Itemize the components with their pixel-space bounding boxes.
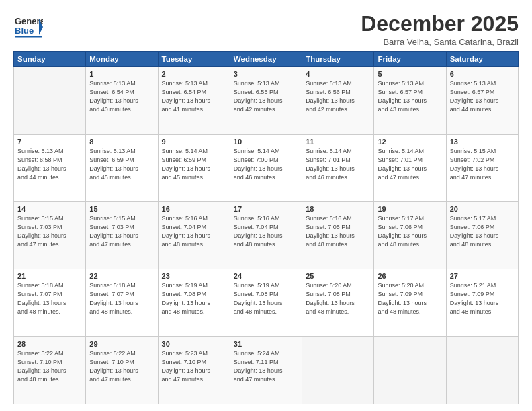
day-number: 13 [450,138,515,146]
day-info: Sunrise: 5:15 AM Sunset: 7:03 PM Dayligh… [89,214,154,249]
day-number: 31 [234,340,298,348]
calendar-cell: 14Sunrise: 5:15 AM Sunset: 7:03 PM Dayli… [14,201,86,269]
day-number: 30 [162,340,226,348]
calendar-table: SundayMondayTuesdayWednesdayThursdayFrid… [13,51,519,404]
calendar-week-row: 28Sunrise: 5:22 AM Sunset: 7:10 PM Dayli… [14,336,519,404]
day-info: Sunrise: 5:14 AM Sunset: 6:59 PM Dayligh… [162,147,226,182]
day-info: Sunrise: 5:13 AM Sunset: 6:54 PM Dayligh… [162,79,226,114]
logo: General Blue [13,12,43,42]
calendar-cell: 5Sunrise: 5:13 AM Sunset: 6:57 PM Daylig… [374,67,446,134]
day-info: Sunrise: 5:20 AM Sunset: 7:08 PM Dayligh… [306,281,370,316]
calendar-cell: 29Sunrise: 5:22 AM Sunset: 7:10 PM Dayli… [86,336,158,404]
day-number: 10 [234,138,298,146]
calendar-week-row: 21Sunrise: 5:18 AM Sunset: 7:07 PM Dayli… [14,269,519,336]
calendar-header-row: SundayMondayTuesdayWednesdayThursdayFrid… [14,52,519,67]
calendar-cell: 2Sunrise: 5:13 AM Sunset: 6:54 PM Daylig… [158,67,230,134]
calendar-cell: 10Sunrise: 5:14 AM Sunset: 7:00 PM Dayli… [230,134,302,201]
day-info: Sunrise: 5:20 AM Sunset: 7:09 PM Dayligh… [378,281,442,316]
calendar-cell: 30Sunrise: 5:23 AM Sunset: 7:10 PM Dayli… [158,336,230,404]
day-info: Sunrise: 5:13 AM Sunset: 6:54 PM Dayligh… [89,79,154,114]
day-number: 17 [234,205,298,213]
day-info: Sunrise: 5:13 AM Sunset: 6:57 PM Dayligh… [450,79,515,114]
month-year: December 2025 [361,12,519,36]
day-info: Sunrise: 5:18 AM Sunset: 7:07 PM Dayligh… [89,281,154,316]
day-number: 22 [89,272,154,280]
calendar-cell: 25Sunrise: 5:20 AM Sunset: 7:08 PM Dayli… [302,269,374,336]
day-number: 26 [378,272,442,280]
calendar-cell: 19Sunrise: 5:17 AM Sunset: 7:06 PM Dayli… [374,201,446,269]
svg-text:Blue: Blue [15,26,34,36]
day-info: Sunrise: 5:22 AM Sunset: 7:10 PM Dayligh… [89,349,154,384]
calendar-week-row: 14Sunrise: 5:15 AM Sunset: 7:03 PM Dayli… [14,201,519,269]
day-info: Sunrise: 5:16 AM Sunset: 7:04 PM Dayligh… [234,214,298,249]
day-number: 27 [450,272,515,280]
day-info: Sunrise: 5:13 AM Sunset: 6:59 PM Dayligh… [89,147,154,182]
calendar-cell: 11Sunrise: 5:14 AM Sunset: 7:01 PM Dayli… [302,134,374,201]
calendar-cell: 16Sunrise: 5:16 AM Sunset: 7:04 PM Dayli… [158,201,230,269]
calendar-header-monday: Monday [86,52,158,67]
day-number: 1 [89,70,154,78]
day-number: 7 [17,138,82,146]
day-info: Sunrise: 5:22 AM Sunset: 7:10 PM Dayligh… [17,349,82,384]
day-number: 18 [306,205,370,213]
day-info: Sunrise: 5:13 AM Sunset: 6:58 PM Dayligh… [17,147,82,182]
day-number: 2 [162,70,226,78]
day-info: Sunrise: 5:16 AM Sunset: 7:04 PM Dayligh… [162,214,226,249]
calendar-cell: 1Sunrise: 5:13 AM Sunset: 6:54 PM Daylig… [86,67,158,134]
day-number: 28 [17,340,82,348]
calendar-cell: 28Sunrise: 5:22 AM Sunset: 7:10 PM Dayli… [14,336,86,404]
calendar-cell: 22Sunrise: 5:18 AM Sunset: 7:07 PM Dayli… [86,269,158,336]
page: General Blue December 2025 Barra Velha, … [0,0,532,411]
calendar-cell: 8Sunrise: 5:13 AM Sunset: 6:59 PM Daylig… [86,134,158,201]
day-info: Sunrise: 5:18 AM Sunset: 7:07 PM Dayligh… [17,281,82,316]
calendar-cell: 3Sunrise: 5:13 AM Sunset: 6:55 PM Daylig… [230,67,302,134]
calendar-cell: 27Sunrise: 5:21 AM Sunset: 7:09 PM Dayli… [446,269,518,336]
svg-rect-3 [15,36,42,38]
calendar-cell [374,336,446,404]
day-info: Sunrise: 5:14 AM Sunset: 7:01 PM Dayligh… [378,147,442,182]
day-info: Sunrise: 5:24 AM Sunset: 7:11 PM Dayligh… [234,349,298,384]
calendar-week-row: 7Sunrise: 5:13 AM Sunset: 6:58 PM Daylig… [14,134,519,201]
calendar-header-wednesday: Wednesday [230,52,302,67]
day-info: Sunrise: 5:14 AM Sunset: 7:00 PM Dayligh… [234,147,298,182]
day-info: Sunrise: 5:21 AM Sunset: 7:09 PM Dayligh… [450,281,515,316]
day-info: Sunrise: 5:15 AM Sunset: 7:02 PM Dayligh… [450,147,515,182]
calendar-cell [446,336,518,404]
calendar-cell: 4Sunrise: 5:13 AM Sunset: 6:56 PM Daylig… [302,67,374,134]
day-number: 6 [450,70,515,78]
calendar-cell: 9Sunrise: 5:14 AM Sunset: 6:59 PM Daylig… [158,134,230,201]
header: General Blue December 2025 Barra Velha, … [13,12,519,47]
day-number: 9 [162,138,226,146]
day-info: Sunrise: 5:16 AM Sunset: 7:05 PM Dayligh… [306,214,370,249]
calendar-header-thursday: Thursday [302,52,374,67]
calendar-cell: 21Sunrise: 5:18 AM Sunset: 7:07 PM Dayli… [14,269,86,336]
calendar-week-row: 1Sunrise: 5:13 AM Sunset: 6:54 PM Daylig… [14,67,519,134]
day-info: Sunrise: 5:17 AM Sunset: 7:06 PM Dayligh… [450,214,515,249]
day-number: 11 [306,138,370,146]
day-number: 5 [378,70,442,78]
calendar-cell: 24Sunrise: 5:19 AM Sunset: 7:08 PM Dayli… [230,269,302,336]
calendar-cell: 20Sunrise: 5:17 AM Sunset: 7:06 PM Dayli… [446,201,518,269]
calendar-header-sunday: Sunday [14,52,86,67]
calendar-cell [302,336,374,404]
day-info: Sunrise: 5:23 AM Sunset: 7:10 PM Dayligh… [162,349,226,384]
calendar-cell: 6Sunrise: 5:13 AM Sunset: 6:57 PM Daylig… [446,67,518,134]
calendar-header-saturday: Saturday [446,52,518,67]
calendar-cell: 17Sunrise: 5:16 AM Sunset: 7:04 PM Dayli… [230,201,302,269]
day-number: 20 [450,205,515,213]
calendar-cell: 18Sunrise: 5:16 AM Sunset: 7:05 PM Dayli… [302,201,374,269]
day-info: Sunrise: 5:19 AM Sunset: 7:08 PM Dayligh… [234,281,298,316]
calendar-cell: 23Sunrise: 5:19 AM Sunset: 7:08 PM Dayli… [158,269,230,336]
day-number: 19 [378,205,442,213]
day-number: 16 [162,205,226,213]
calendar-header-friday: Friday [374,52,446,67]
day-number: 21 [17,272,82,280]
day-info: Sunrise: 5:13 AM Sunset: 6:55 PM Dayligh… [234,79,298,114]
day-number: 15 [89,205,154,213]
day-number: 25 [306,272,370,280]
title-block: December 2025 Barra Velha, Santa Catarin… [361,12,519,47]
logo-icon: General Blue [13,12,43,42]
calendar-cell: 15Sunrise: 5:15 AM Sunset: 7:03 PM Dayli… [86,201,158,269]
calendar-cell: 13Sunrise: 5:15 AM Sunset: 7:02 PM Dayli… [446,134,518,201]
day-number: 8 [89,138,154,146]
